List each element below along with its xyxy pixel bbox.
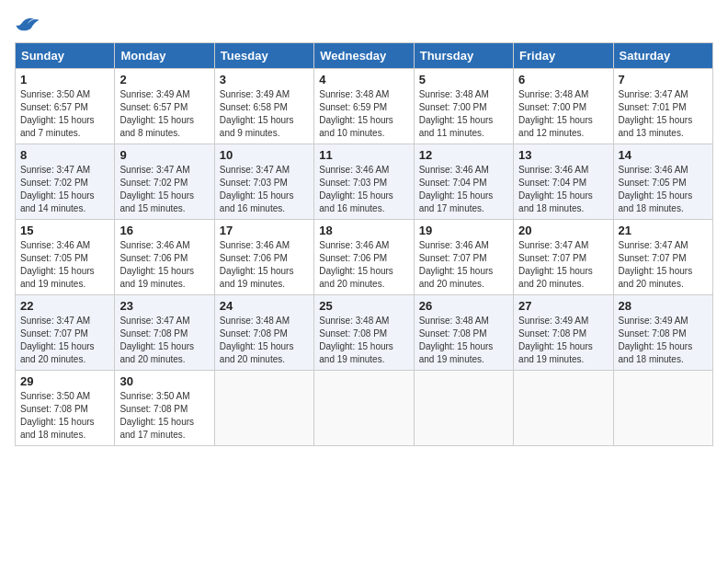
calendar-week-row: 8Sunrise: 3:47 AMSunset: 7:02 PMDaylight… [16, 144, 713, 220]
calendar-header-cell: Thursday [414, 43, 513, 69]
calendar-day-cell [314, 371, 414, 446]
day-number: 23 [119, 299, 209, 313]
day-number: 14 [619, 148, 708, 162]
calendar-day-cell: 16Sunrise: 3:46 AMSunset: 7:06 PMDayligh… [115, 220, 214, 295]
day-detail: Sunrise: 3:46 AMSunset: 7:04 PMDaylight:… [518, 164, 608, 215]
calendar-day-cell: 11Sunrise: 3:46 AMSunset: 7:03 PMDayligh… [314, 144, 414, 220]
calendar-day-cell: 20Sunrise: 3:47 AMSunset: 7:07 PMDayligh… [514, 220, 613, 295]
calendar-day-cell: 25Sunrise: 3:48 AMSunset: 7:08 PMDayligh… [314, 295, 414, 371]
day-number: 2 [119, 73, 209, 86]
calendar-body: 1Sunrise: 3:50 AMSunset: 6:57 PMDaylight… [16, 69, 713, 446]
day-number: 7 [619, 73, 708, 86]
day-detail: Sunrise: 3:48 AMSunset: 7:08 PMDaylight:… [419, 315, 508, 366]
calendar-day-cell [414, 371, 513, 446]
day-detail: Sunrise: 3:46 AMSunset: 7:07 PMDaylight:… [419, 239, 508, 291]
day-detail: Sunrise: 3:46 AMSunset: 7:05 PMDaylight:… [619, 164, 708, 215]
day-detail: Sunrise: 3:48 AMSunset: 6:59 PMDaylight:… [319, 88, 408, 140]
day-number: 17 [220, 224, 309, 237]
calendar-day-cell: 22Sunrise: 3:47 AMSunset: 7:07 PMDayligh… [16, 295, 115, 371]
day-number: 8 [20, 148, 109, 162]
day-number: 10 [220, 148, 309, 162]
day-detail: Sunrise: 3:46 AMSunset: 7:04 PMDaylight:… [419, 164, 508, 215]
calendar-header-cell: Wednesday [314, 43, 414, 69]
calendar-day-cell: 3Sunrise: 3:49 AMSunset: 6:58 PMDaylight… [214, 69, 313, 144]
day-number: 19 [419, 224, 508, 237]
calendar-header-cell: Friday [514, 43, 613, 69]
day-number: 27 [518, 299, 608, 313]
day-number: 3 [220, 73, 309, 86]
day-detail: Sunrise: 3:49 AMSunset: 6:57 PMDaylight:… [119, 88, 209, 140]
calendar-header-row: SundayMondayTuesdayWednesdayThursdayFrid… [16, 43, 713, 69]
calendar-day-cell: 24Sunrise: 3:48 AMSunset: 7:08 PMDayligh… [214, 295, 313, 371]
day-detail: Sunrise: 3:49 AMSunset: 6:58 PMDaylight:… [220, 88, 309, 140]
calendar-day-cell: 28Sunrise: 3:49 AMSunset: 7:08 PMDayligh… [613, 295, 712, 371]
day-detail: Sunrise: 3:48 AMSunset: 7:00 PMDaylight:… [518, 88, 608, 140]
day-detail: Sunrise: 3:49 AMSunset: 7:08 PMDaylight:… [518, 315, 608, 366]
day-number: 22 [20, 299, 109, 313]
day-detail: Sunrise: 3:50 AMSunset: 7:08 PMDaylight:… [20, 390, 109, 442]
calendar-header-cell: Sunday [16, 43, 115, 69]
day-number: 29 [20, 374, 109, 388]
day-detail: Sunrise: 3:46 AMSunset: 7:06 PMDaylight:… [319, 239, 408, 291]
day-detail: Sunrise: 3:50 AMSunset: 7:08 PMDaylight:… [119, 390, 209, 442]
day-number: 24 [220, 299, 309, 313]
day-detail: Sunrise: 3:47 AMSunset: 7:07 PMDaylight:… [20, 315, 109, 366]
calendar-day-cell: 23Sunrise: 3:47 AMSunset: 7:08 PMDayligh… [115, 295, 214, 371]
calendar-day-cell: 5Sunrise: 3:48 AMSunset: 7:00 PMDaylight… [414, 69, 513, 144]
calendar-week-row: 22Sunrise: 3:47 AMSunset: 7:07 PMDayligh… [16, 295, 713, 371]
day-number: 1 [20, 73, 109, 86]
day-number: 30 [119, 374, 209, 388]
day-detail: Sunrise: 3:47 AMSunset: 7:03 PMDaylight:… [220, 164, 309, 215]
calendar-table: SundayMondayTuesdayWednesdayThursdayFrid… [15, 42, 713, 446]
calendar-header-cell: Tuesday [214, 43, 313, 69]
calendar-day-cell: 13Sunrise: 3:46 AMSunset: 7:04 PMDayligh… [514, 144, 613, 220]
day-detail: Sunrise: 3:47 AMSunset: 7:02 PMDaylight:… [119, 164, 209, 215]
calendar-week-row: 1Sunrise: 3:50 AMSunset: 6:57 PMDaylight… [16, 69, 713, 144]
calendar-header-cell: Saturday [613, 43, 712, 69]
day-number: 15 [20, 224, 109, 237]
day-detail: Sunrise: 3:46 AMSunset: 7:06 PMDaylight:… [119, 239, 209, 291]
calendar-day-cell: 30Sunrise: 3:50 AMSunset: 7:08 PMDayligh… [115, 371, 214, 446]
day-detail: Sunrise: 3:48 AMSunset: 7:00 PMDaylight:… [419, 88, 508, 140]
day-detail: Sunrise: 3:48 AMSunset: 7:08 PMDaylight:… [319, 315, 408, 366]
day-number: 5 [419, 73, 508, 86]
calendar-day-cell: 2Sunrise: 3:49 AMSunset: 6:57 PMDaylight… [115, 69, 214, 144]
page-header [15, 15, 713, 33]
day-detail: Sunrise: 3:47 AMSunset: 7:07 PMDaylight:… [518, 239, 608, 291]
calendar-day-cell: 4Sunrise: 3:48 AMSunset: 6:59 PMDaylight… [314, 69, 414, 144]
calendar-day-cell: 17Sunrise: 3:46 AMSunset: 7:06 PMDayligh… [214, 220, 313, 295]
day-detail: Sunrise: 3:47 AMSunset: 7:01 PMDaylight:… [619, 88, 708, 140]
day-number: 4 [319, 73, 408, 86]
calendar-day-cell [613, 371, 712, 446]
day-detail: Sunrise: 3:47 AMSunset: 7:02 PMDaylight:… [20, 164, 109, 215]
calendar-day-cell: 29Sunrise: 3:50 AMSunset: 7:08 PMDayligh… [16, 371, 115, 446]
calendar-header-cell: Monday [115, 43, 214, 69]
day-detail: Sunrise: 3:47 AMSunset: 7:07 PMDaylight:… [619, 239, 708, 291]
calendar-day-cell: 26Sunrise: 3:48 AMSunset: 7:08 PMDayligh… [414, 295, 513, 371]
day-number: 9 [119, 148, 209, 162]
day-number: 6 [518, 73, 608, 86]
day-number: 13 [518, 148, 608, 162]
day-number: 26 [419, 299, 508, 313]
calendar-day-cell [514, 371, 613, 446]
day-number: 20 [518, 224, 608, 237]
calendar-day-cell [214, 371, 313, 446]
day-number: 28 [619, 299, 708, 313]
calendar-day-cell: 7Sunrise: 3:47 AMSunset: 7:01 PMDaylight… [613, 69, 712, 144]
day-number: 16 [119, 224, 209, 237]
calendar-day-cell: 6Sunrise: 3:48 AMSunset: 7:00 PMDaylight… [514, 69, 613, 144]
day-detail: Sunrise: 3:46 AMSunset: 7:03 PMDaylight:… [319, 164, 408, 215]
calendar-week-row: 29Sunrise: 3:50 AMSunset: 7:08 PMDayligh… [16, 371, 713, 446]
day-number: 21 [619, 224, 708, 237]
day-detail: Sunrise: 3:50 AMSunset: 6:57 PMDaylight:… [20, 88, 109, 140]
day-detail: Sunrise: 3:46 AMSunset: 7:05 PMDaylight:… [20, 239, 109, 291]
day-detail: Sunrise: 3:47 AMSunset: 7:08 PMDaylight:… [119, 315, 209, 366]
calendar-day-cell: 19Sunrise: 3:46 AMSunset: 7:07 PMDayligh… [414, 220, 513, 295]
calendar-day-cell: 9Sunrise: 3:47 AMSunset: 7:02 PMDaylight… [115, 144, 214, 220]
calendar-week-row: 15Sunrise: 3:46 AMSunset: 7:05 PMDayligh… [16, 220, 713, 295]
calendar-day-cell: 14Sunrise: 3:46 AMSunset: 7:05 PMDayligh… [613, 144, 712, 220]
day-detail: Sunrise: 3:48 AMSunset: 7:08 PMDaylight:… [220, 315, 309, 366]
calendar-day-cell: 21Sunrise: 3:47 AMSunset: 7:07 PMDayligh… [613, 220, 712, 295]
logo [15, 15, 44, 33]
day-number: 12 [419, 148, 508, 162]
